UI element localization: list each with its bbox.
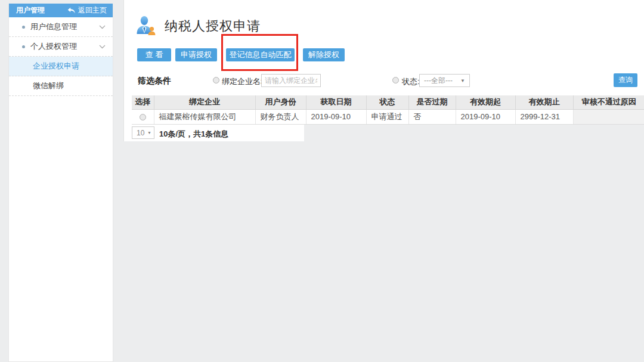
cell-identity: 财务负责人 [255,109,306,124]
cell-valid-to: 2999-12-31 [515,109,573,124]
col-header-acquire-date: 获取日期 [306,95,366,109]
caret-down-icon: ▼ [147,131,151,135]
sidebar-item-wechat-unbind[interactable]: 微信解绑 [9,76,113,96]
row-select-radio[interactable] [140,114,146,120]
col-header-select: 选择 [132,95,154,109]
row-select-cell [132,109,154,124]
sidebar-item-user-info[interactable]: 用户信息管理 [9,17,113,37]
chevron-down-icon [99,25,106,29]
sidebar-title: 用户管理 [16,5,45,16]
status-filter-radio[interactable] [392,77,399,83]
cell-reject-reason [573,109,644,124]
page-size-select[interactable]: 10 ▼ [132,126,154,139]
back-home-link[interactable]: 返回主页 [67,5,107,16]
sidebar: 用户管理 返回主页 用户信息管理 个人授权管理 企业授权申请 微信解绑 [8,4,113,362]
col-header-reject-reason: 审核不通过原因 [573,95,644,109]
view-button[interactable]: 查 看 [137,48,171,61]
back-arrow-icon [67,7,76,14]
status-select-value: ---全部--- [424,76,453,86]
page-header: 纳税人授权申请 [135,16,261,37]
table-header-row: 选择 绑定企业 用户身份 获取日期 状态 是否过期 有效期起 有效期止 审核不通… [132,95,644,109]
sidebar-item-enterprise-auth[interactable]: 企业授权申请 [9,57,113,76]
bullet-icon [22,26,25,29]
status-filter-label: 状态: [402,76,420,87]
caret-down-icon: ▼ [460,78,465,83]
sidebar-item-label: 用户信息管理 [30,21,77,32]
col-header-status: 状态 [366,95,408,109]
pagination-bar: 10 ▼ 10条/页，共1条信息 [123,125,304,141]
bullet-icon [22,45,25,48]
sidebar-item-label: 个人授权管理 [30,41,77,52]
sidebar-subitem-label: 企业授权申请 [33,61,79,72]
col-header-expired: 是否过期 [408,95,456,109]
pagination-summary: 10条/页，共1条信息 [159,129,228,140]
revoke-auth-button[interactable]: 解除授权 [303,48,345,61]
company-filter-radio[interactable] [213,77,219,83]
main-content: 纳税人授权申请 查 看 申请授权 登记信息自动匹配 解除授权 筛选条件 绑定企业… [123,0,644,125]
status-select[interactable]: ---全部--- ▼ [419,74,470,87]
chevron-down-icon [99,45,106,49]
page-size-value: 10 [137,129,144,137]
cell-company: 福建聚榕传媒有限公司 [154,109,255,124]
apply-auth-button[interactable]: 申请授权 [175,48,217,61]
cell-acquire-date: 2019-09-10 [306,109,366,124]
col-header-identity: 用户身份 [255,95,306,109]
sidebar-item-personal-auth[interactable]: 个人授权管理 [9,37,113,57]
sidebar-header: 用户管理 返回主页 [9,4,113,17]
sidebar-menu: 用户信息管理 个人授权管理 企业授权申请 微信解绑 [9,17,113,96]
filter-bar: 筛选条件 绑定企业名称: 状态: ---全部--- ▼ 查询 [124,72,644,89]
cell-status: 申请通过 [366,109,408,124]
page-title: 纳税人授权申请 [165,17,261,35]
auto-match-button[interactable]: 登记信息自动匹配 [226,48,295,61]
cell-expired: 否 [408,109,456,124]
cell-valid-from: 2019-09-10 [456,109,515,124]
col-header-company: 绑定企业 [154,95,255,109]
col-header-valid-to: 有效期止 [515,95,573,109]
sidebar-subitem-label: 微信解绑 [33,81,64,91]
filter-conditions-label: 筛选条件 [138,76,171,86]
company-name-input[interactable] [261,74,321,87]
taxpayer-person-icon [135,16,157,37]
col-header-valid-from: 有效期起 [456,95,515,109]
search-button[interactable]: 查询 [614,73,637,87]
authorization-table: 选择 绑定企业 用户身份 获取日期 状态 是否过期 有效期起 有效期止 审核不通… [132,95,644,125]
back-home-label: 返回主页 [78,5,107,16]
table-row: 福建聚榕传媒有限公司 财务负责人 2019-09-10 申请通过 否 2019-… [132,109,644,124]
